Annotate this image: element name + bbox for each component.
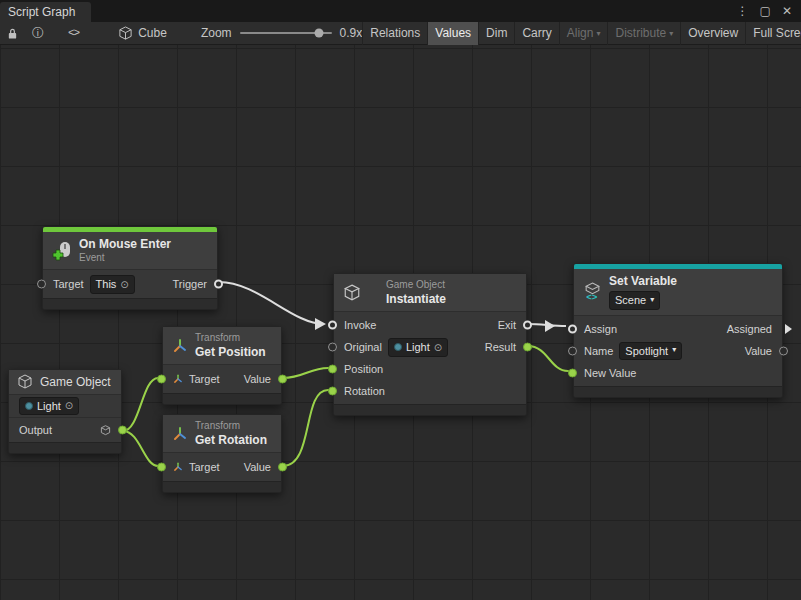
position-row: Position bbox=[334, 358, 526, 380]
graph-breadcrumb[interactable]: Cube bbox=[118, 26, 167, 41]
window-menu-icon[interactable]: ⋮ bbox=[737, 5, 749, 17]
light-object-icon bbox=[25, 402, 33, 410]
original-input-port[interactable] bbox=[328, 343, 337, 352]
value-output-port[interactable] bbox=[278, 463, 287, 472]
node-title: Game Object bbox=[40, 375, 111, 389]
node-get-rotation[interactable]: Transform Get Rotation Target Value bbox=[162, 414, 282, 493]
cube-icon bbox=[343, 284, 361, 302]
light-object-icon bbox=[394, 343, 402, 351]
node-footer bbox=[163, 393, 281, 404]
set-variable-icon: <> bbox=[583, 282, 602, 301]
exit-port-label: Exit bbox=[498, 319, 516, 331]
node-title: Instantiate bbox=[386, 292, 446, 306]
carry-button-label: Carry bbox=[522, 26, 551, 40]
assigned-output-port[interactable] bbox=[785, 324, 792, 334]
node-title: Get Position bbox=[195, 345, 266, 359]
result-output-port[interactable] bbox=[523, 343, 532, 352]
dim-button[interactable]: Dim bbox=[478, 22, 514, 45]
original-result-row: Original Light ⊙ Result bbox=[334, 336, 526, 358]
original-object-field[interactable]: Light ⊙ bbox=[388, 338, 448, 356]
target-object-value: This bbox=[96, 277, 117, 291]
lock-icon[interactable] bbox=[0, 27, 25, 40]
node-instantiate[interactable]: Game Object Instantiate Invoke Exit Orig… bbox=[333, 273, 527, 416]
info-icon[interactable]: ⓘ bbox=[25, 25, 51, 42]
game-object-field[interactable]: Light ⊙ bbox=[19, 397, 79, 415]
target-port-label: Target bbox=[189, 461, 220, 473]
rotation-input-port[interactable] bbox=[328, 387, 337, 396]
position-input-port[interactable] bbox=[328, 365, 337, 374]
object-picker-icon[interactable]: ⊙ bbox=[65, 399, 73, 412]
node-category: Transform bbox=[195, 420, 267, 432]
variable-scope-dropdown[interactable]: Scene ▾ bbox=[609, 291, 660, 309]
cube-icon bbox=[118, 26, 133, 41]
value-port-label: Value bbox=[745, 345, 772, 357]
script-graph-window: Script Graph ⋮ ▢ ✕ ⓘ <> Cube bbox=[0, 0, 801, 600]
node-header: <> Set Variable Scene ▾ bbox=[574, 269, 782, 316]
name-port-label: Name bbox=[584, 345, 613, 357]
transform-mini-icon bbox=[173, 462, 183, 472]
align-button[interactable]: Align ▾ bbox=[559, 22, 608, 45]
full-screen-button[interactable]: Full Screen bbox=[745, 22, 801, 45]
carry-button[interactable]: Carry bbox=[514, 22, 558, 45]
value-output-port[interactable] bbox=[779, 346, 788, 355]
new-value-input-port[interactable] bbox=[568, 368, 577, 377]
original-object-value: Light bbox=[406, 340, 430, 354]
values-button[interactable]: Values bbox=[427, 22, 478, 45]
overview-button[interactable]: Overview bbox=[680, 22, 745, 45]
relations-button-label: Relations bbox=[370, 26, 420, 40]
svg-text:<>: <> bbox=[586, 291, 598, 301]
value-output-port[interactable] bbox=[278, 375, 287, 384]
assign-row: Assign Assigned bbox=[574, 318, 782, 340]
code-icon[interactable]: <> bbox=[61, 27, 86, 39]
window-close-icon[interactable]: ✕ bbox=[782, 5, 792, 17]
tab-script-graph[interactable]: Script Graph bbox=[0, 2, 91, 22]
result-port-label: Result bbox=[485, 341, 516, 353]
graph-canvas[interactable]: On Mouse Enter Event Target This ⊙ Trigg… bbox=[0, 45, 801, 600]
target-port-label: Target bbox=[189, 373, 220, 385]
node-header: On Mouse Enter Event bbox=[43, 232, 217, 270]
window-maximize-icon[interactable]: ▢ bbox=[760, 5, 771, 17]
cube-icon bbox=[17, 374, 33, 390]
wire-rotation-value bbox=[283, 390, 328, 466]
node-get-position[interactable]: Transform Get Position Target Value bbox=[162, 326, 282, 405]
distribute-button-label: Distribute bbox=[615, 26, 666, 40]
object-picker-icon[interactable]: ⊙ bbox=[434, 341, 442, 354]
node-header: Game Object bbox=[9, 370, 121, 395]
trigger-output-port[interactable] bbox=[214, 280, 223, 289]
name-value-row: Name Spotlight ▾ Value bbox=[574, 340, 782, 362]
values-button-label: Values bbox=[435, 26, 471, 40]
zoom-slider-knob[interactable] bbox=[314, 29, 323, 38]
invoke-exit-row: Invoke Exit bbox=[334, 314, 526, 336]
name-input-port[interactable] bbox=[568, 346, 577, 355]
tab-bar: Script Graph ⋮ ▢ ✕ bbox=[0, 0, 801, 22]
output-port-label: Output bbox=[19, 424, 52, 436]
node-set-variable[interactable]: <> Set Variable Scene ▾ Assign Assigned bbox=[573, 263, 783, 398]
node-game-object-literal[interactable]: Game Object Light ⊙ Output bbox=[8, 369, 122, 454]
target-port-label: Target bbox=[53, 278, 84, 290]
output-port[interactable] bbox=[118, 426, 127, 435]
wire-exit-to-assign bbox=[528, 324, 566, 326]
chevron-down-icon: ▾ bbox=[669, 29, 673, 38]
target-value-row: Target Value bbox=[163, 455, 281, 479]
variable-name-value: Spotlight bbox=[625, 344, 668, 358]
object-picker-icon[interactable]: ⊙ bbox=[120, 278, 128, 291]
relations-button[interactable]: Relations bbox=[362, 22, 427, 45]
original-port-label: Original bbox=[344, 341, 382, 353]
target-input-port[interactable] bbox=[157, 375, 166, 384]
assign-port-label: Assign bbox=[584, 323, 617, 335]
zoom-slider[interactable] bbox=[240, 32, 332, 34]
node-footer bbox=[574, 386, 782, 397]
target-object-field[interactable]: This ⊙ bbox=[90, 275, 135, 293]
target-input-port[interactable] bbox=[37, 280, 46, 289]
wire-arrowhead bbox=[315, 318, 326, 330]
invoke-input-port[interactable] bbox=[328, 321, 337, 330]
distribute-button[interactable]: Distribute ▾ bbox=[607, 22, 680, 45]
node-title: On Mouse Enter bbox=[79, 237, 171, 251]
graph-name: Cube bbox=[138, 26, 167, 40]
assign-input-port[interactable] bbox=[568, 324, 577, 333]
target-input-port[interactable] bbox=[157, 463, 166, 472]
exit-output-port[interactable] bbox=[523, 321, 532, 330]
tab-title: Script Graph bbox=[8, 5, 75, 19]
node-on-mouse-enter[interactable]: On Mouse Enter Event Target This ⊙ Trigg… bbox=[42, 226, 218, 310]
variable-name-dropdown[interactable]: Spotlight ▾ bbox=[619, 342, 682, 360]
